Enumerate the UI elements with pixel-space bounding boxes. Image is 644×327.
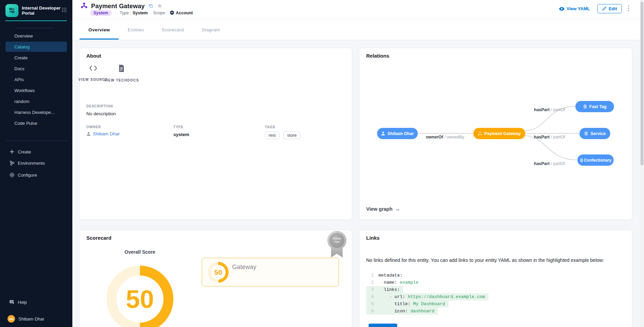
about-card: About VIEW SOURCE VIEW TECHDOCS DESCRIPT… (79, 48, 352, 220)
relation-node-service[interactable]: Service (579, 128, 610, 139)
scrollbar-track[interactable] (640, 0, 644, 327)
sidebar-item-overview[interactable]: Overview (5, 31, 67, 41)
tab-entities[interactable]: Entities (119, 19, 153, 40)
sidebar-item-catalog[interactable]: Catalog (5, 42, 67, 52)
tier-label-line1: Silver (333, 237, 341, 240)
relation-node-label: Shibam Dhar (387, 131, 414, 136)
code-line: 2 name: example (366, 279, 488, 286)
scorecard-title: Scorecard (86, 235, 111, 241)
sidebar-environments-label: Environments (18, 161, 45, 166)
eye-icon (559, 7, 564, 11)
sidebar-item-workflows[interactable]: Workflows (5, 85, 67, 95)
owner-link[interactable]: Shibam Dhar (86, 131, 120, 136)
sidebar-item-apis[interactable]: APIs (5, 74, 67, 85)
code-line-highlighted: 6 icon: dashboard (366, 308, 488, 315)
star-icon[interactable] (157, 3, 162, 10)
page-header: Payment Gateway System · Type : System ·… (72, 0, 644, 40)
help-label: Help (18, 300, 27, 305)
sidebar-item-harness-developer[interactable]: Harness Develope... (5, 107, 67, 117)
code-line-highlighted: 5 title: My Dashboard (366, 300, 488, 308)
sidebar-item-random[interactable]: random (5, 96, 67, 106)
sidebar-item-docs[interactable]: Docs (5, 63, 67, 74)
more-options-icon[interactable] (628, 5, 629, 13)
overall-score-gauge: 50 (106, 266, 173, 327)
sidebar-create-button[interactable]: Create (0, 147, 72, 157)
relation-node-label: Service (590, 131, 605, 136)
tier-badge-medal: Silver Tier (327, 231, 346, 250)
edit-label: Edit (609, 6, 617, 11)
code-icon (89, 64, 98, 72)
chip-icon (584, 131, 588, 136)
document-icon (118, 64, 125, 73)
relation-node-confectionary[interactable]: Confectionary (577, 154, 614, 166)
scorecard-item-gateway[interactable]: 50 Gateway (202, 258, 339, 286)
type-col-label: TYPE (173, 125, 189, 129)
tag-chip-store[interactable]: store (283, 132, 300, 139)
module-grid-icon[interactable] (61, 7, 67, 14)
yaml-example-code: 1metadata: 2 name: example 3 links: 4 - … (366, 272, 488, 315)
user-menu[interactable]: SD Shibam Dhar (0, 314, 72, 324)
links-action-button[interactable] (369, 324, 397, 327)
arrow-right-icon: → (395, 206, 400, 212)
environments-icon (9, 160, 15, 166)
code-line-highlighted: 4 - url: https://dashboard.example.com (366, 293, 488, 300)
owner-value: Shibam Dhar (93, 131, 120, 136)
view-graph-link[interactable]: View graph → (366, 206, 400, 212)
relation-node-fast-tag[interactable]: Fast Tag (575, 101, 614, 112)
tab-diagram[interactable]: Diagram (193, 19, 229, 40)
edit-button[interactable]: Edit (597, 4, 622, 13)
links-empty-text: No links defined for this entity. You ca… (366, 257, 629, 263)
code-line: 1metadata: (366, 272, 488, 279)
tags-label: TAGS (265, 125, 303, 129)
sidebar-configure-button[interactable]: Configure (0, 170, 72, 180)
brand-row: Internal Developer Portal (5, 4, 67, 17)
sidebar-item-create[interactable]: Create (5, 53, 67, 63)
tier-label-line2: Tier (334, 240, 340, 244)
copy-icon[interactable] (148, 3, 153, 10)
tab-overview[interactable]: Overview (80, 19, 119, 40)
kind-badge: System (90, 10, 112, 16)
header-title-band: Payment Gateway System · Type : System ·… (72, 0, 644, 19)
avatar-initials: SD (9, 317, 13, 321)
sidebar-environments-button[interactable]: Environments (0, 158, 72, 168)
description-label: DESCRIPTION (86, 104, 116, 108)
help-button[interactable]: ? Help (0, 297, 72, 307)
view-techdocs-button[interactable]: VIEW TECHDOCS (103, 64, 140, 83)
sidebar-configure-label: Configure (18, 173, 37, 178)
scrollbar-thumb[interactable] (641, 2, 643, 165)
type-label: Type : (119, 11, 131, 15)
tab-scorecard[interactable]: Scorecard (153, 19, 193, 40)
relation-node-payment-gateway[interactable]: Payment Gateway (473, 128, 525, 139)
type-col-value: system (173, 132, 189, 137)
edge-label-haspart-mid: hasPart / partOf (534, 135, 565, 139)
brand-title: Internal Developer Portal (22, 5, 61, 16)
edge-label-haspart-bottom: hasPart / partOf (534, 161, 565, 166)
meta-separator: · (116, 11, 118, 15)
tag-chip-rest[interactable]: rest (265, 132, 280, 139)
nav-divider (16, 28, 55, 28)
sidebar: Internal Developer Portal Overview Catal… (0, 0, 72, 327)
system-group-icon (478, 131, 482, 136)
sidebar-create-label: Create (18, 149, 31, 154)
sidebar-item-code-pulse[interactable]: Code Pulse (5, 118, 67, 128)
relation-node-owner[interactable]: Shibam Dhar (377, 128, 418, 139)
app-logo-icon[interactable] (5, 4, 18, 17)
user-icon (86, 132, 91, 136)
overall-score-value: 50 (126, 285, 154, 314)
sidebar-divider (6, 140, 67, 141)
scope-value: Account (176, 11, 193, 15)
chip-icon (579, 158, 584, 162)
overall-score-label: Overall Score (125, 249, 155, 255)
gear-icon (9, 172, 15, 178)
relations-card: Relations Shibam Dhar Payment Gateway Fa… (359, 48, 632, 220)
relation-node-label: Fast Tag (589, 104, 606, 109)
code-line-highlighted: 3 links: (366, 286, 488, 293)
gateway-score-gauge: 50 (208, 262, 229, 283)
links-title: Links (366, 235, 380, 241)
view-yaml-button[interactable]: View YAML (559, 6, 590, 11)
user-icon (381, 131, 385, 136)
chip-icon (583, 104, 587, 109)
type-value: System (132, 11, 147, 15)
system-entity-icon (81, 2, 88, 11)
about-title: About (86, 53, 101, 59)
